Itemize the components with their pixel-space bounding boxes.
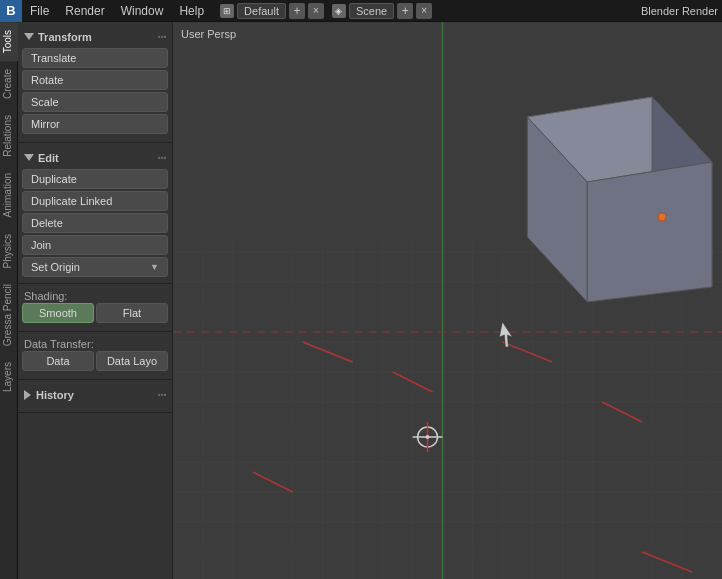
duplicate-linked-button[interactable]: Duplicate Linked: [22, 191, 168, 211]
svg-line-32: [393, 372, 433, 392]
svg-marker-39: [527, 117, 587, 302]
transform-header[interactable]: Transform ···: [22, 26, 168, 48]
join-button[interactable]: Join: [22, 235, 168, 255]
top-bar: B File Render Window Help ⊞ Default + × …: [0, 0, 722, 22]
edit-collapse-icon: [24, 154, 34, 162]
translate-button[interactable]: Translate: [22, 48, 168, 68]
edit-header[interactable]: Edit ···: [22, 147, 168, 169]
smooth-button[interactable]: Smooth: [22, 303, 94, 323]
mirror-button[interactable]: Mirror: [22, 114, 168, 134]
close-scene-button[interactable]: ×: [416, 3, 432, 19]
svg-line-33: [502, 342, 552, 362]
history-title: History: [36, 389, 74, 401]
transform-dots: ···: [157, 29, 166, 45]
tab-layers[interactable]: Layers: [0, 354, 18, 400]
duplicate-button[interactable]: Duplicate: [22, 169, 168, 189]
svg-marker-46: [499, 322, 512, 347]
svg-point-42: [418, 427, 438, 447]
rotate-button[interactable]: Rotate: [22, 70, 168, 90]
set-origin-label: Set Origin: [31, 261, 80, 273]
shading-row: Smooth Flat: [22, 303, 168, 323]
tab-animation[interactable]: Animation: [0, 165, 18, 225]
scale-button[interactable]: Scale: [22, 92, 168, 112]
set-origin-select[interactable]: Set Origin ▼: [22, 257, 168, 277]
delete-button[interactable]: Delete: [22, 213, 168, 233]
data-transfer-row: Data Data Layo: [22, 351, 168, 371]
history-expand-icon: [24, 390, 32, 400]
svg-line-31: [303, 342, 353, 362]
shading-section: Shading: Smooth Flat: [18, 284, 172, 332]
engine-name: Blender Render: [641, 5, 718, 17]
svg-line-36: [253, 472, 293, 492]
data-transfer-label: Data Transfer:: [22, 336, 168, 351]
workspace-name: Default: [244, 5, 279, 17]
add-scene-button[interactable]: +: [397, 3, 413, 19]
engine-selector[interactable]: Blender Render: [641, 5, 722, 17]
workspace-icon: ⊞: [220, 4, 234, 18]
file-menu[interactable]: File: [22, 0, 57, 21]
close-workspace-button[interactable]: ×: [308, 3, 324, 19]
data-transfer-section: Data Transfer: Data Data Layo: [18, 332, 172, 380]
tools-panel: Transform ··· Translate Rotate Scale Mir…: [18, 22, 173, 579]
history-dots: ···: [157, 387, 166, 403]
transform-collapse-icon: [24, 33, 34, 41]
main-content: Tools Create Relations Animation Physics…: [0, 22, 722, 579]
transform-title: Transform: [38, 31, 92, 43]
transform-section: Transform ··· Translate Rotate Scale Mir…: [18, 22, 172, 143]
flat-button[interactable]: Flat: [96, 303, 168, 323]
svg-point-45: [426, 435, 430, 439]
edit-title: Edit: [38, 152, 59, 164]
scene-name: Scene: [356, 5, 387, 17]
svg-marker-40: [587, 162, 712, 302]
data-layers-button[interactable]: Data Layo: [96, 351, 168, 371]
svg-point-41: [658, 213, 666, 221]
history-header[interactable]: History ···: [22, 384, 168, 406]
scene-selector[interactable]: Scene: [349, 3, 394, 19]
svg-marker-38: [652, 97, 712, 287]
tab-tools[interactable]: Tools: [0, 22, 18, 61]
workspace-selector[interactable]: Default: [237, 3, 286, 19]
edit-section: Edit ··· Duplicate Duplicate Linked Dele…: [18, 143, 172, 284]
svg-line-35: [642, 552, 692, 572]
menu-bar: File Render Window Help: [22, 0, 212, 21]
viewport-label: User Persp: [181, 28, 236, 40]
edit-dots: ···: [157, 150, 166, 166]
data-button[interactable]: Data: [22, 351, 94, 371]
shading-label: Shading:: [22, 288, 168, 303]
viewport[interactable]: User Persp: [173, 22, 722, 579]
vertical-tabs: Tools Create Relations Animation Physics…: [0, 22, 18, 579]
help-menu[interactable]: Help: [171, 0, 212, 21]
scene-icon: ◈: [332, 4, 346, 18]
history-section: History ···: [18, 380, 172, 413]
blender-icon: B: [0, 0, 22, 22]
svg-line-34: [602, 402, 642, 422]
svg-marker-37: [527, 97, 712, 182]
viewport-grid: [173, 22, 722, 579]
tab-relations[interactable]: Relations: [0, 107, 18, 165]
blender-logo: B: [6, 3, 15, 18]
tab-create[interactable]: Create: [0, 61, 18, 107]
render-menu[interactable]: Render: [57, 0, 112, 21]
window-menu[interactable]: Window: [113, 0, 172, 21]
tab-grease-pencil[interactable]: Gressa Pencil: [0, 276, 18, 354]
tab-physics[interactable]: Physics: [0, 226, 18, 276]
set-origin-arrow: ▼: [150, 262, 159, 272]
add-workspace-button[interactable]: +: [289, 3, 305, 19]
